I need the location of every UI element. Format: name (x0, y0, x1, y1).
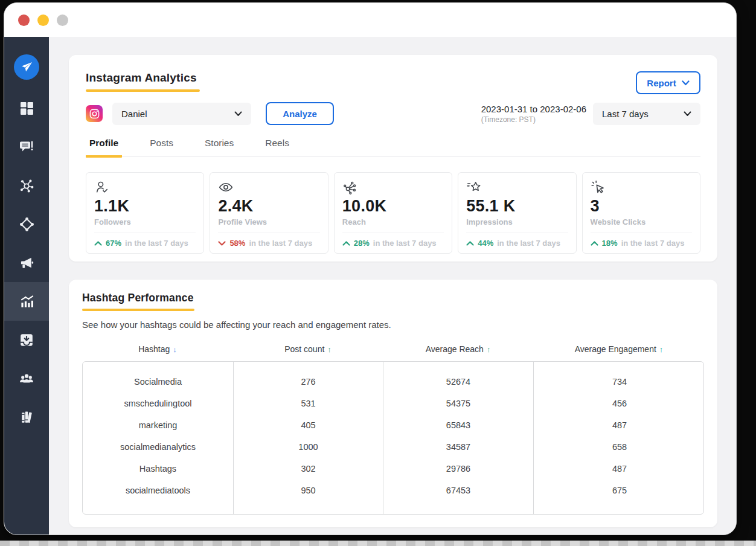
timezone-text: (Timezone: PST) (481, 115, 586, 124)
shooting-star-icon (466, 179, 568, 195)
trend-suffix: in the last 7 days (497, 239, 560, 248)
sort-up-icon: ↑ (487, 345, 491, 354)
stat-trend: 44% in the last 7 days (466, 233, 568, 248)
account-dropdown[interactable]: Daniel (112, 103, 251, 125)
dashboard-grid-icon (20, 101, 34, 115)
stat-card-website-clicks: 3 Website Clicks 18% in the last 7 days (582, 172, 700, 254)
table-cell: 734 (534, 371, 704, 393)
period-dropdown[interactable]: Last 7 days (593, 103, 700, 125)
hashtag-table-header: Hashtag ↓ Post count ↑ Average Reach ↑ (82, 344, 704, 354)
column-header-post-count[interactable]: Post count ↑ (233, 344, 383, 354)
stat-label: Followers (94, 217, 196, 226)
stat-label: Impressions (466, 217, 568, 226)
sidebar-item-team[interactable] (4, 359, 49, 398)
stat-card-followers: 1.1K Followers 67% in the last 7 days (86, 172, 204, 254)
window-body: Instagram Analytics Report (4, 37, 736, 535)
sidebar-item-posts[interactable] (4, 127, 49, 166)
table-cell: socialmedianalytics (83, 436, 233, 458)
column-label: Hashtag (138, 344, 170, 354)
chevron-down-icon (682, 80, 690, 86)
tab-posts[interactable]: Posts (146, 138, 177, 158)
analytics-tabs: Profile Posts Stories Reels (86, 138, 700, 157)
inbox-download-icon (19, 333, 34, 347)
table-cell: 34587 (383, 436, 533, 458)
trend-down-icon (218, 241, 226, 246)
eye-icon (218, 179, 319, 195)
sidebar-nav (4, 89, 49, 437)
tab-reels[interactable]: Reels (261, 138, 293, 158)
tab-profile[interactable]: Profile (86, 138, 122, 158)
analyze-button-label: Analyze (283, 109, 317, 119)
table-cell: 65843 (383, 414, 533, 436)
screen: Instagram Analytics Report (0, 0, 756, 546)
stat-trend: 28% in the last 7 days (342, 233, 444, 248)
hashtag-table: Socialmedia smschedulingtool marketing s… (82, 361, 704, 515)
sort-up-icon: ↑ (327, 345, 332, 354)
trend-up-icon (466, 241, 474, 246)
period-dropdown-value: Last 7 days (602, 109, 649, 119)
stat-trend: 58% in the last 7 days (218, 233, 319, 248)
sidebar-item-automation[interactable] (4, 205, 49, 243)
trend-suffix: in the last 7 days (621, 239, 685, 248)
app-logo[interactable] (14, 54, 39, 80)
sidebar-item-analytics[interactable] (4, 282, 49, 321)
trend-suffix: in the last 7 days (373, 239, 437, 248)
stat-trend: 18% in the last 7 days (591, 233, 692, 248)
table-cell: 675 (534, 480, 704, 501)
instagram-icon (86, 105, 103, 122)
sidebar-item-library[interactable] (4, 398, 49, 437)
sidebar-item-dashboard[interactable] (4, 89, 49, 127)
diamond-nodes-icon (19, 217, 34, 232)
table-cell: 54375 (383, 393, 533, 414)
trend-percent: 44% (478, 239, 493, 248)
table-cell: 405 (234, 414, 383, 436)
close-window-button[interactable] (18, 14, 30, 26)
table-cell: smschedulingtool (83, 393, 233, 414)
stat-label: Profile Views (218, 217, 319, 226)
column-label: Average Reach (426, 344, 484, 354)
hashtag-section-title: Hashtag Performance (82, 292, 194, 304)
sidebar-item-connections[interactable] (4, 166, 49, 205)
date-range-text: 2023-01-31 to 2023-02-06 (481, 104, 586, 114)
trend-up-icon (591, 241, 598, 246)
table-cell: Socialmedia (83, 371, 233, 393)
page-title: Instagram Analytics (86, 71, 197, 85)
table-cell: 456 (534, 393, 704, 414)
stat-value: 10.0K (342, 197, 444, 216)
table-column-average-engagement: 734 456 487 658 487 675 (534, 362, 704, 514)
chevron-down-icon (234, 111, 242, 117)
table-cell: 487 (534, 458, 704, 480)
stat-value: 55.1 K (466, 197, 568, 216)
sidebar-item-inbox[interactable] (4, 321, 49, 359)
trend-percent: 18% (602, 239, 618, 248)
table-cell: 29786 (383, 458, 533, 480)
table-cell: 67453 (383, 480, 533, 501)
hashtag-section-subtitle: See how your hashtags could be affecting… (82, 320, 704, 330)
megaphone-icon (19, 255, 34, 271)
column-header-average-reach[interactable]: Average Reach ↑ (383, 344, 533, 354)
library-books-icon (19, 410, 34, 425)
sidebar-item-campaigns[interactable] (4, 243, 49, 282)
stat-label: Website Clicks (591, 217, 692, 226)
table-cell: 658 (534, 436, 704, 458)
column-label: Average Engagement (575, 344, 656, 354)
maximize-window-button[interactable] (57, 14, 68, 26)
followers-person-icon (94, 179, 196, 195)
app-window: Instagram Analytics Report (4, 2, 737, 535)
analyze-button[interactable]: Analyze (266, 102, 334, 125)
table-cell: socialmediatools (83, 480, 233, 501)
analytics-chart-icon (19, 294, 34, 309)
table-cell: 276 (234, 371, 383, 393)
tab-stories[interactable]: Stories (201, 138, 237, 158)
table-cell: marketing (83, 414, 233, 436)
sort-up-icon: ↑ (659, 345, 664, 354)
column-header-average-engagement[interactable]: Average Engagement ↑ (533, 344, 705, 354)
minimize-window-button[interactable] (37, 14, 49, 26)
column-header-hashtag[interactable]: Hashtag ↓ (82, 344, 233, 354)
stat-value: 1.1K (94, 197, 196, 216)
instagram-analytics-card: Instagram Analytics Report (69, 55, 717, 262)
table-cell: Hashtags (83, 458, 233, 480)
report-button[interactable]: Report (636, 71, 700, 94)
trend-up-icon (94, 241, 102, 246)
report-button-label: Report (647, 78, 676, 88)
